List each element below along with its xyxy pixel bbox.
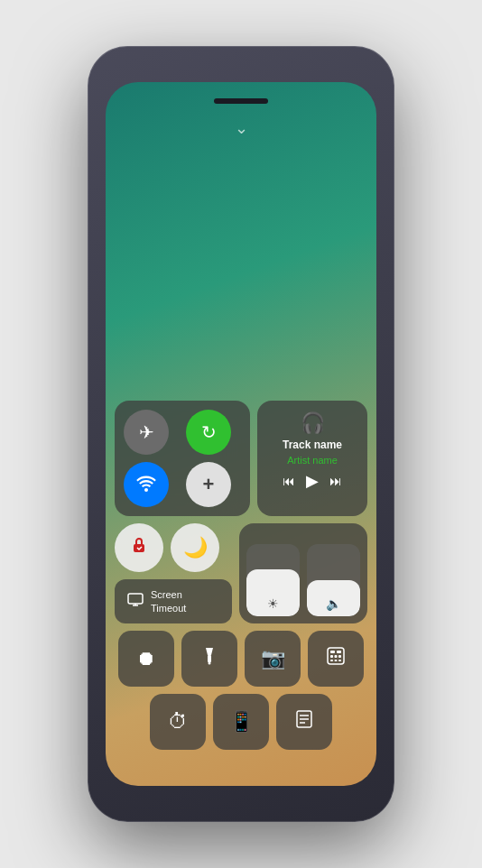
timer-icon: ⏱ bbox=[168, 710, 188, 734]
notes-icon bbox=[294, 709, 314, 734]
svg-point-6 bbox=[209, 662, 211, 665]
rotation-lock-button[interactable]: ↻ bbox=[186, 410, 231, 455]
flashlight-icon bbox=[199, 646, 219, 671]
screen-timeout-icon bbox=[127, 593, 144, 611]
record-icon: ⏺ bbox=[136, 647, 156, 670]
notes-button[interactable] bbox=[276, 694, 332, 750]
volume-icon: 🔈 bbox=[326, 596, 341, 611]
do-not-disturb-button[interactable]: 🌙 bbox=[171, 523, 219, 572]
next-button[interactable]: ⏭ bbox=[329, 474, 342, 488]
utility-row-1: ⏺ 📷 bbox=[115, 631, 367, 687]
svg-rect-15 bbox=[338, 660, 341, 661]
svg-marker-4 bbox=[206, 648, 213, 655]
moon-icon: 🌙 bbox=[183, 536, 208, 559]
bluetooth-icon: + bbox=[203, 473, 215, 496]
phone-screen-button[interactable]: 📱 bbox=[213, 694, 269, 750]
timer-button[interactable]: ⏱ bbox=[150, 694, 206, 750]
svg-rect-11 bbox=[335, 655, 338, 658]
svg-rect-1 bbox=[128, 594, 143, 604]
calculator-button[interactable] bbox=[308, 631, 364, 687]
airplane-mode-button[interactable]: ✈ bbox=[124, 410, 169, 455]
volume-slider[interactable]: 🔈 bbox=[307, 544, 360, 616]
middle-row: 🌙 ScreenTimeout bbox=[115, 523, 367, 623]
airplane-icon: ✈ bbox=[139, 421, 154, 443]
calculator-icon bbox=[326, 646, 346, 671]
chevron-down-icon[interactable]: ⌄ bbox=[235, 118, 248, 138]
media-controls: ⏮ ▶ ⏭ bbox=[283, 471, 342, 491]
sliders-group: ☀ 🔈 bbox=[239, 523, 367, 623]
wifi-button[interactable] bbox=[124, 462, 169, 507]
lock-icon bbox=[129, 535, 149, 560]
flashlight-button[interactable] bbox=[181, 631, 237, 687]
phone-icon: 📱 bbox=[229, 710, 254, 734]
bluetooth-button[interactable]: + bbox=[186, 462, 231, 507]
network-controls: ✈ ↻ + bbox=[115, 401, 250, 516]
control-center: ✈ ↻ + bbox=[115, 401, 367, 750]
phone-device: ⌄ ✈ ↻ bbox=[88, 46, 394, 822]
track-name: Track name bbox=[283, 439, 342, 451]
svg-rect-8 bbox=[330, 651, 335, 653]
brightness-icon: ☀ bbox=[267, 596, 279, 611]
play-button[interactable]: ▶ bbox=[306, 471, 319, 491]
camera-button[interactable]: 📷 bbox=[245, 631, 301, 687]
network-grid: ✈ ↻ + bbox=[124, 410, 241, 507]
phone-screen: ⌄ ✈ ↻ bbox=[106, 82, 376, 786]
record-button[interactable]: ⏺ bbox=[118, 631, 174, 687]
top-row: ✈ ↻ + bbox=[115, 401, 367, 516]
svg-rect-0 bbox=[134, 544, 144, 552]
artist-name: Artist name bbox=[287, 455, 338, 466]
rotation-lock-button[interactable] bbox=[115, 523, 163, 572]
camera-icon: 📷 bbox=[261, 647, 285, 670]
svg-rect-14 bbox=[335, 660, 338, 661]
screen-timeout-label: ScreenTimeout bbox=[151, 588, 186, 614]
wifi-icon bbox=[135, 474, 157, 496]
svg-rect-9 bbox=[337, 651, 341, 653]
speaker bbox=[214, 98, 268, 104]
svg-rect-12 bbox=[338, 655, 341, 658]
svg-rect-5 bbox=[208, 655, 211, 662]
screen-timeout-button[interactable]: ScreenTimeout bbox=[115, 579, 232, 623]
media-player: 🎧 Track name Artist name ⏮ ▶ ⏭ bbox=[257, 401, 367, 516]
svg-rect-13 bbox=[330, 660, 333, 661]
headphones-icon: 🎧 bbox=[301, 411, 325, 435]
rotation-icon: ↻ bbox=[201, 421, 217, 443]
utility-row-2: ⏱ 📱 bbox=[115, 694, 367, 750]
svg-rect-10 bbox=[330, 655, 333, 658]
prev-button[interactable]: ⏮ bbox=[283, 474, 295, 488]
brightness-slider[interactable]: ☀ bbox=[246, 544, 300, 616]
